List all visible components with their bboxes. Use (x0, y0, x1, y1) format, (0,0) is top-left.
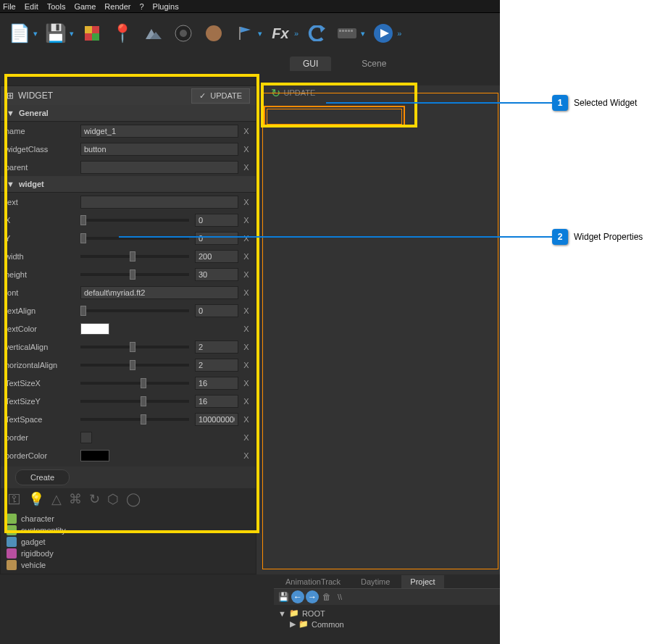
proj-back-icon[interactable]: ← (291, 590, 304, 603)
save-icon[interactable]: 💾 (43, 21, 68, 46)
bulb-icon[interactable]: 💡 (28, 491, 44, 507)
proj-delete-icon[interactable]: 🗑 (320, 590, 333, 603)
link-icon[interactable]: ⌘ (69, 491, 82, 507)
refresh-icon[interactable]: ↻ (89, 491, 100, 507)
menu-game[interactable]: Game (74, 2, 96, 11)
menu-help[interactable]: ? (139, 2, 143, 11)
update-button[interactable]: ✓UPDATE (191, 88, 250, 104)
flag-icon[interactable] (232, 21, 256, 46)
menu-plugins[interactable]: Plugins (153, 2, 179, 11)
prop-horizontalAlign-slider[interactable] (80, 364, 192, 367)
prop-Y-value[interactable] (195, 232, 238, 245)
menu-file[interactable]: File (3, 2, 16, 11)
pin-icon[interactable]: 📍 (110, 21, 135, 46)
prop-TextSizeY-slider[interactable] (80, 400, 192, 403)
refresh-small-icon[interactable]: ↻ (271, 86, 280, 100)
prop-verticalAlign-slider[interactable] (80, 346, 192, 348)
prop-textColor-swatch[interactable] (80, 323, 109, 335)
prop-borderColor-swatch[interactable] (80, 450, 109, 461)
proj-fwd-icon[interactable]: → (306, 590, 319, 603)
triangle-icon[interactable]: △ (51, 491, 62, 507)
prop-parent-input[interactable] (80, 161, 238, 174)
prop-label: TextSpace (5, 415, 78, 424)
clear-icon[interactable]: X (241, 216, 251, 225)
clear-icon[interactable]: X (241, 325, 251, 333)
prop-border-checkbox[interactable] (80, 432, 92, 443)
prop-width-value[interactable] (195, 250, 238, 263)
prop-X-value[interactable] (195, 214, 238, 227)
tab-scene[interactable]: Scene (348, 57, 399, 71)
clear-icon[interactable]: X (241, 163, 251, 172)
menubar: File Edit Tools Game Render ? Plugins (0, 0, 500, 13)
menu-render[interactable]: Render (104, 2, 130, 11)
section-widget[interactable]: ▼widget (1, 176, 256, 193)
clear-icon[interactable]: X (241, 379, 251, 388)
clear-icon[interactable]: X (241, 397, 251, 406)
project-tree[interactable]: ▼📁ROOT ▶📁Common (274, 605, 500, 632)
prop-textAlign-value[interactable] (195, 304, 238, 317)
viewport[interactable]: ↻ UPDATE (256, 85, 500, 574)
svg-rect-2 (92, 33, 99, 41)
section-general[interactable]: ▼General (1, 105, 256, 122)
prop-TextSpace-value[interactable] (195, 413, 238, 426)
prop-height-value[interactable] (195, 268, 238, 281)
mountain-icon[interactable] (141, 21, 165, 46)
prop-TextSizeX-value[interactable] (195, 377, 238, 390)
clear-icon[interactable]: X (241, 127, 251, 135)
entity-item[interactable]: rigidbody (4, 548, 253, 559)
clear-icon[interactable]: X (241, 198, 251, 206)
clear-icon[interactable]: X (241, 361, 251, 369)
svg-rect-1 (85, 26, 92, 33)
tab-animationtrack[interactable]: AnimationTrack (277, 575, 349, 588)
prop-width-slider[interactable] (80, 255, 192, 258)
entity-item[interactable]: customentity (4, 524, 253, 536)
clear-icon[interactable]: X (241, 433, 251, 442)
clear-icon[interactable]: X (241, 415, 251, 424)
clear-icon[interactable]: X (241, 145, 251, 154)
undo-icon[interactable] (304, 21, 329, 46)
prop-name-input[interactable] (80, 125, 238, 138)
new-icon[interactable]: 📄 (7, 21, 32, 46)
entity-item[interactable]: character (4, 513, 253, 524)
clear-icon[interactable]: X (241, 252, 251, 261)
clear-icon[interactable]: X (241, 306, 251, 315)
entity-item[interactable]: vehicle (4, 559, 253, 571)
proj-save-icon[interactable]: 💾 (277, 590, 290, 603)
hex-icon[interactable]: ⬡ (107, 491, 119, 507)
selected-widget-preview[interactable] (264, 106, 405, 127)
create-button[interactable]: Create (15, 469, 70, 485)
circle-icon[interactable]: ◯ (126, 491, 141, 507)
clear-icon[interactable]: X (241, 234, 251, 243)
prop-text-input[interactable] (80, 196, 238, 209)
prop-TextSizeX-slider[interactable] (80, 382, 192, 385)
prop-TextSizeY-value[interactable] (195, 395, 238, 408)
clear-icon[interactable]: X (241, 288, 251, 297)
tab-daytime[interactable]: Daytime (352, 575, 398, 588)
tab-gui[interactable]: GUI (290, 57, 331, 71)
entity-icon (7, 548, 17, 559)
prop-widgetClass-input[interactable] (80, 143, 238, 156)
prop-X-slider[interactable] (80, 219, 192, 222)
clear-icon[interactable]: X (241, 451, 251, 460)
cube-icon[interactable] (80, 21, 104, 46)
fx-icon[interactable]: Fx (268, 21, 293, 46)
prop-verticalAlign-value[interactable] (195, 340, 238, 354)
sphere-icon[interactable] (201, 21, 226, 46)
callout-badge-2: 2 (552, 229, 568, 245)
prop-height-slider[interactable] (80, 273, 192, 276)
wheel-icon[interactable] (171, 21, 196, 46)
play-icon[interactable] (371, 21, 396, 46)
entity-item[interactable]: gadget (4, 536, 253, 548)
key-icon[interactable]: ⚿ (8, 492, 21, 507)
menu-edit[interactable]: Edit (25, 2, 38, 11)
tab-project[interactable]: Project (401, 575, 443, 588)
prop-label: horizontalAlign (5, 361, 78, 369)
prop-horizontalAlign-value[interactable] (195, 359, 238, 372)
prop-textAlign-slider[interactable] (80, 309, 192, 312)
keyboard-icon[interactable] (335, 21, 359, 46)
prop-font-input[interactable] (80, 286, 238, 299)
menu-tools[interactable]: Tools (47, 2, 66, 11)
clear-icon[interactable]: X (241, 343, 251, 351)
prop-TextSpace-slider[interactable] (80, 418, 192, 421)
clear-icon[interactable]: X (241, 270, 251, 279)
